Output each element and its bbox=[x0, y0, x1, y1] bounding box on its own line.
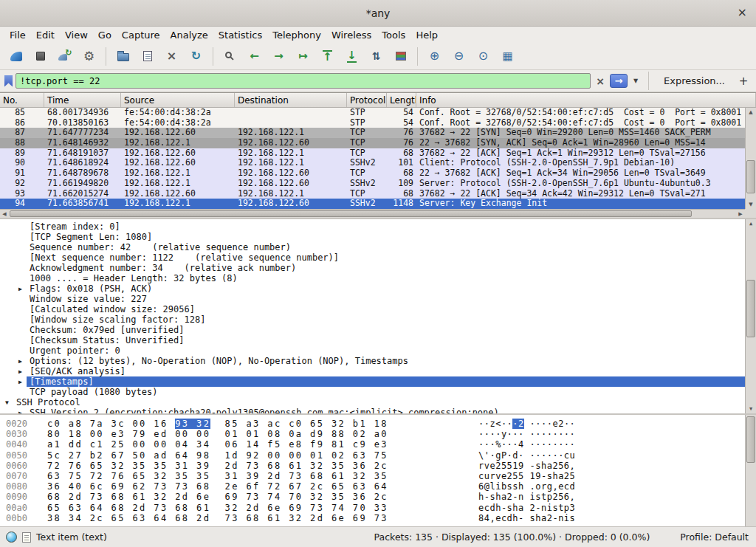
expander-closed-icon[interactable]: ▶ bbox=[18, 377, 22, 388]
scroll-up-arrow-icon[interactable] bbox=[746, 219, 756, 228]
detail-line[interactable]: ▶SSH Version 2 (encryption:chacha20-poly… bbox=[0, 407, 745, 413]
detail-line[interactable]: ▶[Timestamps] bbox=[0, 376, 745, 387]
go-to-packet-button[interactable]: ↦ bbox=[292, 46, 315, 67]
expander-closed-icon[interactable]: ▶ bbox=[18, 408, 22, 413]
reload-capture-file-button[interactable]: ↻ bbox=[185, 46, 207, 67]
hex-line-0020[interactable]: 0020c0 a8 7a 3c 00 16 93 32 85 a3 ac c0 … bbox=[0, 419, 745, 429]
packet-list-hscrollbar[interactable] bbox=[0, 209, 745, 218]
hex-line-0040[interactable]: 0040a1 dd c1 25 00 00 04 34 06 14 f5 e8 … bbox=[0, 439, 745, 450]
vscroll-thumb[interactable] bbox=[746, 160, 755, 193]
go-back-button[interactable]: ← bbox=[243, 46, 266, 67]
detail-line[interactable]: Urgent pointer: 0 bbox=[0, 345, 745, 356]
scroll-right-arrow-icon[interactable] bbox=[736, 210, 745, 218]
scroll-up-arrow-icon[interactable] bbox=[746, 108, 756, 117]
column-header-time[interactable]: Time bbox=[44, 93, 121, 107]
scroll-left-arrow-icon[interactable] bbox=[0, 210, 9, 218]
menu-item-help[interactable]: Help bbox=[410, 28, 443, 42]
detail-line[interactable]: ▶[SEQ/ACK analysis] bbox=[0, 366, 745, 376]
packet-row-91[interactable]: 9171.648789678192.168.122.1192.168.122.6… bbox=[0, 168, 745, 179]
details-vscrollbar[interactable] bbox=[745, 219, 756, 413]
filter-bookmark-icon[interactable] bbox=[4, 75, 13, 87]
detail-line[interactable]: ▶Options: (12 bytes), No-Operation (NOP)… bbox=[0, 356, 745, 366]
hex-line-0080[interactable]: 008036 40 6c 69 62 73 73 68 2e 6f 72 67 … bbox=[0, 481, 745, 492]
hex-line-00a0[interactable]: 00a065 63 64 68 2d 73 68 61 32 2d 6e 69 … bbox=[0, 503, 745, 513]
menu-item-tools[interactable]: Tools bbox=[377, 28, 410, 42]
expression-button[interactable]: Expression... bbox=[656, 75, 732, 86]
detail-line[interactable]: 1000 .... = Header Length: 32 bytes (8) bbox=[0, 273, 745, 283]
scroll-down-arrow-icon[interactable] bbox=[746, 200, 756, 209]
column-header-info[interactable]: Info bbox=[416, 93, 756, 107]
restart-capture-button[interactable] bbox=[53, 46, 76, 67]
column-header-no[interactable]: No. bbox=[0, 93, 44, 107]
menu-item-statistics[interactable]: Statistics bbox=[213, 28, 267, 42]
expert-info-icon[interactable] bbox=[6, 531, 17, 543]
expander-closed-icon[interactable]: ▶ bbox=[18, 357, 22, 367]
hex-line-00b0[interactable]: 00b038 34 2c 65 63 64 68 2d 73 68 61 32 … bbox=[0, 513, 745, 523]
detail-line[interactable]: [Calculated window size: 29056] bbox=[0, 304, 745, 314]
menu-item-wireless[interactable]: Wireless bbox=[326, 28, 377, 42]
packet-row-89[interactable]: 8971.648191037192.168.122.60192.168.122.… bbox=[0, 148, 745, 159]
menu-item-view[interactable]: View bbox=[60, 28, 93, 42]
detail-line[interactable]: Window size value: 227 bbox=[0, 294, 745, 304]
detail-line[interactable]: [Checksum Status: Unverified] bbox=[0, 335, 745, 345]
packet-row-87[interactable]: 8771.647777234192.168.122.60192.168.122.… bbox=[0, 128, 745, 138]
column-header-length[interactable]: Length bbox=[387, 93, 416, 107]
close-capture-file-button[interactable]: × bbox=[160, 46, 183, 67]
zoom-in-button[interactable]: ⊕ bbox=[423, 46, 446, 67]
capture-options-button[interactable]: ⚙ bbox=[78, 46, 100, 67]
detail-line[interactable]: [TCP Segment Len: 1080] bbox=[0, 232, 745, 242]
clear-filter-button[interactable]: × bbox=[594, 75, 607, 88]
detail-line[interactable]: ▶Flags: 0x018 (PSH, ACK) bbox=[0, 283, 745, 294]
hex-line-0030[interactable]: 003080 18 00 e3 79 ed 00 00 01 01 08 0a … bbox=[0, 429, 745, 439]
detail-line[interactable]: TCP payload (1080 bytes) bbox=[0, 387, 745, 397]
save-capture-file-button[interactable] bbox=[136, 46, 159, 67]
column-header-destination[interactable]: Destination bbox=[235, 93, 347, 107]
detail-line[interactable]: [Next sequence number: 1122 (relative se… bbox=[0, 252, 745, 263]
detail-line[interactable]: Sequence number: 42 (relative sequence n… bbox=[0, 242, 745, 252]
expander-closed-icon[interactable]: ▶ bbox=[18, 367, 22, 377]
menu-item-go[interactable]: Go bbox=[93, 28, 117, 42]
menu-item-telephony[interactable]: Telephony bbox=[267, 28, 326, 42]
packet-row-93[interactable]: 9371.662015274192.168.122.60192.168.122.… bbox=[0, 189, 745, 199]
packet-row-94[interactable]: 9471.663856741192.168.122.1192.168.122.6… bbox=[0, 199, 745, 209]
zoom-original-button[interactable]: ⊙ bbox=[472, 46, 495, 67]
packet-row-88[interactable]: 8871.648146932192.168.122.1192.168.122.6… bbox=[0, 138, 745, 148]
start-capture-button[interactable] bbox=[4, 46, 27, 67]
detail-line[interactable]: [Window size scaling factor: 128] bbox=[0, 314, 745, 325]
colorize-packets-button[interactable] bbox=[389, 46, 412, 67]
scroll-down-arrow-icon[interactable] bbox=[746, 405, 756, 413]
hex-vscrollbar[interactable] bbox=[745, 415, 756, 526]
expander-closed-icon[interactable]: ▶ bbox=[18, 284, 22, 295]
detail-line[interactable]: ▼SSH Protocol bbox=[0, 397, 745, 407]
packet-row-85[interactable]: 8568.001734936fe:54:00:d4:38:2aSTP54Conf… bbox=[0, 108, 745, 118]
zoom-out-button[interactable]: ⊖ bbox=[447, 46, 470, 67]
close-window-button[interactable]: × bbox=[738, 6, 747, 19]
menu-item-capture[interactable]: Capture bbox=[117, 28, 165, 42]
resize-columns-button[interactable]: ▦ bbox=[496, 46, 519, 67]
packet-row-90[interactable]: 9071.648618924192.168.122.60192.168.122.… bbox=[0, 158, 745, 168]
go-forward-button[interactable]: → bbox=[267, 46, 290, 67]
menu-item-file[interactable]: File bbox=[4, 28, 31, 42]
capture-comment-icon[interactable] bbox=[22, 532, 31, 543]
hex-line-0050[interactable]: 00505c 27 b2 67 50 ad 64 98 1d 92 00 00 … bbox=[0, 450, 745, 461]
column-header-protocol[interactable]: Protocol bbox=[347, 93, 387, 107]
hex-line-0060[interactable]: 006072 76 65 32 35 35 31 39 2d 73 68 61 … bbox=[0, 461, 745, 471]
filter-history-dropdown[interactable]: ▼ bbox=[630, 75, 641, 88]
display-filter-input[interactable]: !tcp.port == 22 bbox=[16, 73, 591, 89]
hex-line-0070[interactable]: 007063 75 72 76 65 32 35 35 31 39 2d 73 … bbox=[0, 471, 745, 481]
find-packet-button[interactable] bbox=[219, 46, 241, 67]
hex-vscroll-thumb[interactable] bbox=[746, 416, 755, 463]
detail-line[interactable]: [Stream index: 0] bbox=[0, 221, 745, 232]
open-capture-file-button[interactable] bbox=[111, 46, 134, 67]
apply-filter-button[interactable]: → bbox=[610, 74, 628, 88]
detail-line[interactable]: Checksum: 0x79ed [unverified] bbox=[0, 325, 745, 335]
packet-row-92[interactable]: 9271.661949820192.168.122.1192.168.122.6… bbox=[0, 179, 745, 189]
go-first-packet-button[interactable]: ↑ bbox=[316, 46, 339, 67]
add-filter-button[interactable]: + bbox=[735, 74, 752, 89]
menu-item-analyze[interactable]: Analyze bbox=[165, 28, 213, 42]
hex-line-0090[interactable]: 009068 2d 73 68 61 32 2d 6e 69 73 74 70 … bbox=[0, 492, 745, 502]
details-vscroll-thumb[interactable] bbox=[746, 280, 755, 338]
packet-list-vscrollbar[interactable] bbox=[745, 108, 756, 209]
auto-scroll-button[interactable]: ⇅ bbox=[365, 46, 388, 67]
expander-open-icon[interactable]: ▼ bbox=[5, 398, 9, 408]
